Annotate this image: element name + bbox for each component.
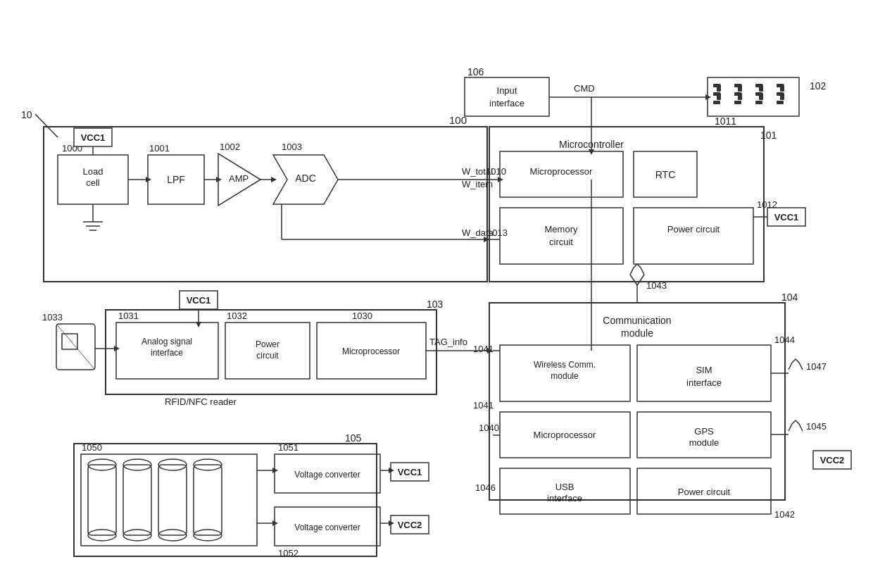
svg-rect-51 (755, 84, 762, 87)
ref-101: 1011 (715, 115, 736, 127)
gps-module-label2: module (689, 437, 720, 448)
usb-interface-label2: interface (547, 493, 582, 503)
ref-1003: 1003 (282, 142, 302, 152)
ref-1045: 1045 (806, 421, 827, 432)
svg-marker-70 (114, 346, 120, 351)
sim-interface-label: SIM (696, 365, 712, 375)
ref-1032: 1032 (227, 311, 247, 321)
ref-1033: 1033 (42, 312, 63, 323)
ref-1031: 1031 (118, 311, 139, 321)
ref-102: 102 (810, 80, 827, 92)
svg-rect-48 (734, 101, 741, 104)
tag-info-label: TAG_info (429, 337, 467, 347)
comm-module-label: Communication (603, 315, 671, 326)
ref-1041: 1041 (473, 344, 494, 354)
svg-rect-56 (777, 84, 784, 87)
svg-line-76 (630, 275, 637, 285)
power-circuit-1032-label: Power (256, 339, 280, 349)
svg-marker-31 (498, 177, 503, 182)
input-interface-label: Input (497, 85, 517, 96)
ref-106: 106 (467, 66, 484, 77)
wireless-comm-label2: module (551, 371, 579, 381)
ref-1030: 1030 (352, 311, 372, 321)
svg-marker-112 (272, 520, 278, 526)
rtc-label: RTC (655, 169, 676, 180)
usb-interface-label: USB (555, 482, 574, 492)
sim-interface-label2: interface (686, 377, 722, 388)
voltage-conv-1052-label: Voltage converter (294, 523, 360, 532)
rfid-label: RFID/NFC reader (165, 396, 237, 407)
ref-1046: 1046 (475, 482, 496, 493)
ref-105: 105 (345, 432, 362, 444)
ref-1047: 1047 (806, 361, 827, 372)
svg-rect-67 (62, 334, 77, 349)
svg-rect-41 (713, 84, 720, 87)
power-circuit-1042-label: Power circuit (678, 487, 731, 497)
svg-rect-95 (123, 465, 151, 535)
svg-marker-17 (271, 177, 277, 182)
svg-rect-47 (734, 92, 741, 96)
svg-rect-26 (500, 208, 623, 264)
svg-line-8 (35, 114, 58, 137)
svg-rect-92 (88, 465, 116, 535)
svg-rect-46 (734, 84, 741, 87)
ref-1041b: 1041 (473, 400, 494, 411)
vcc1-right-label: VCC1 (774, 212, 799, 223)
vcc1-battery-label: VCC1 (398, 467, 422, 477)
ref-1051: 1051 (278, 442, 299, 453)
lpf-label: LPF (167, 174, 185, 185)
ref-1001: 1001 (149, 143, 170, 154)
ref-103: 103 (427, 299, 444, 310)
load-cell-label2: cell (86, 177, 100, 188)
ref-104: 104 (781, 292, 798, 303)
memory-circuit-label2: circuit (549, 237, 573, 247)
svg-rect-38 (708, 77, 799, 116)
svg-marker-106 (272, 468, 278, 473)
w-item-label: W_item (462, 179, 493, 189)
comm-module-label2: module (621, 327, 653, 339)
ref-1050: 1050 (82, 442, 102, 453)
vcc1-label-top: VCC1 (81, 132, 106, 143)
ref-1052: 1052 (278, 548, 299, 558)
svg-rect-43 (713, 101, 720, 104)
vcc2-battery-label: VCC2 (398, 520, 422, 530)
svg-rect-58 (777, 101, 784, 104)
ref-1040: 1040 (479, 423, 499, 433)
svg-rect-91 (81, 454, 257, 546)
svg-marker-14 (216, 177, 222, 182)
svg-line-77 (637, 275, 644, 285)
svg-rect-27 (634, 208, 753, 264)
ref-101-main: 101 (760, 130, 777, 141)
amp-label: AMP (229, 173, 249, 184)
analog-signal-label2: interface (151, 348, 183, 358)
ref-1002: 1002 (220, 142, 240, 152)
load-cell-label: Load (83, 166, 103, 177)
voltage-conv-1051-label: Voltage converter (294, 470, 360, 480)
microprocessor-1030-label: Microprocessor (342, 346, 400, 356)
analog-signal-label: Analog signal (142, 337, 192, 346)
vcc1-rfid-label: VCC1 (187, 295, 211, 306)
adc-label: ADC (295, 173, 316, 184)
vcc2-gps-label: VCC2 (820, 455, 845, 465)
microprocessor-1040-label: Microprocessor (534, 430, 597, 440)
svg-marker-11 (146, 177, 151, 182)
ref-10: 10 (21, 109, 32, 120)
ref-1044: 1044 (774, 334, 795, 345)
microprocessor-1010-label: Microprocessor (530, 166, 593, 177)
power-circuit-1012-label: Power circuit (667, 224, 720, 234)
gps-module-label: GPS (694, 426, 714, 437)
svg-rect-98 (158, 465, 187, 535)
power-circuit-1032-label2: circuit (256, 351, 279, 361)
svg-rect-33 (465, 77, 549, 116)
svg-rect-90 (74, 444, 377, 556)
ref-1042: 1042 (774, 509, 795, 520)
svg-rect-23 (489, 127, 764, 282)
svg-rect-52 (755, 92, 762, 96)
input-interface-label2: interface (489, 98, 525, 108)
svg-rect-101 (194, 465, 222, 535)
ref-1013: 1013 (487, 227, 508, 238)
ref-1043: 1043 (646, 280, 667, 291)
svg-rect-57 (777, 92, 784, 96)
memory-circuit-label: Memory (545, 224, 578, 234)
svg-marker-35 (705, 94, 711, 100)
